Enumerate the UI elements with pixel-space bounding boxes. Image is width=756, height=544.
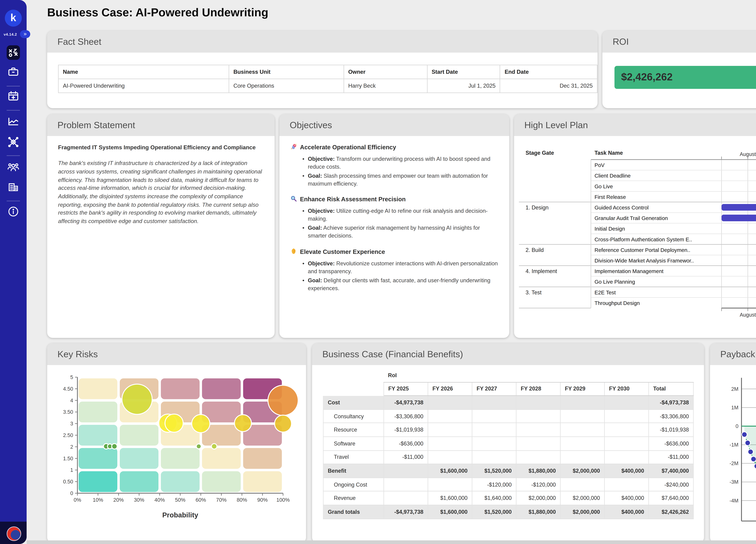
- roi-title: ROI: [602, 31, 756, 53]
- svg-text:0%: 0%: [74, 497, 81, 503]
- fin-col-header: Total: [649, 382, 693, 396]
- fin-cell: [428, 478, 472, 491]
- objectives-list: Accelerate Operational EfficiencyObjecti…: [290, 143, 498, 300]
- fin-row-label: Resource: [323, 423, 384, 437]
- svg-text:1: 1: [70, 467, 73, 473]
- svg-text:Throughput Design: Throughput Design: [595, 300, 640, 306]
- svg-text:Go Live Planning: Go Live Planning: [595, 279, 635, 285]
- fin-cell: -$11,000: [384, 450, 428, 464]
- fin-cell: [516, 450, 560, 464]
- fin-col-header: FY 2029: [560, 382, 604, 396]
- svg-text:Division-Wide Market Analysis: Division-Wide Market Analysis Framewor..: [595, 258, 694, 264]
- magnifier-icon: [290, 196, 297, 203]
- avatar[interactable]: [7, 526, 21, 541]
- objective-heading: Enhance Risk Assessment Precision: [300, 196, 406, 203]
- sidebar-item-portfolio[interactable]: [7, 65, 20, 79]
- fin-cell: $400,000: [604, 464, 649, 478]
- fact-sheet-table: NameBusiness UnitOwnerStart DateEnd Date…: [58, 65, 598, 93]
- sidebar-footer: [0, 522, 27, 544]
- svg-text:Reference Customer Portal Depl: Reference Customer Portal Deploymen..: [595, 247, 690, 253]
- svg-text:E2E Test: E2E Test: [595, 289, 616, 295]
- fin-cell: $1,880,000: [516, 505, 560, 519]
- sidebar-item-connections[interactable]: [7, 135, 20, 149]
- high-level-plan-panel: High Level Plan Stage GateTask NameAugus…: [514, 114, 756, 338]
- fact-sheet-panel: Fact Sheet NameBusiness UnitOwnerStart D…: [47, 31, 598, 108]
- fact-cell: Core Operations: [229, 79, 344, 93]
- fin-cell: -$1,019,938: [649, 423, 693, 437]
- sidebar-item-people[interactable]: [7, 160, 20, 174]
- sidebar-item-info[interactable]: [7, 205, 20, 218]
- sidebar-expand-button[interactable]: »: [20, 30, 30, 38]
- fin-cell: [384, 491, 428, 505]
- sidebar-item-strategy[interactable]: [7, 46, 20, 59]
- svg-text:August: August: [740, 312, 756, 317]
- financials-table: RoIFY 2025FY 2026FY 2027FY 2028FY 2029FY…: [323, 369, 694, 519]
- problem-statement-title: Problem Statement: [47, 114, 275, 136]
- risk-bubble-chart: 00.5011.5022.5033.5044.5050%10%20%30%40%…: [47, 365, 306, 543]
- fin-cell: [604, 478, 649, 491]
- svg-text:-4M: -4M: [730, 498, 738, 503]
- fin-row-label: Software: [323, 437, 384, 450]
- fin-cell: [428, 409, 472, 423]
- svg-text:Cross-Platform Authentication: Cross-Platform Authentication System E..: [595, 237, 692, 243]
- problem-statement-panel: Problem Statement Fragmented IT Systems …: [47, 114, 275, 338]
- objective-bullet: Objective: Revolutionize customer intera…: [302, 260, 498, 275]
- fin-cell: $2,000,000: [516, 491, 560, 505]
- fin-cell: $7,640,000: [649, 491, 693, 505]
- fin-cell: $2,426,262: [649, 505, 693, 519]
- svg-text:3. Test: 3. Test: [526, 289, 541, 295]
- nav-divider: [7, 155, 20, 156]
- fin-row-label: Ongoing Cost: [323, 478, 384, 491]
- fin-cell: [604, 437, 649, 450]
- rocket-icon: [290, 143, 297, 151]
- fin-cell: [472, 450, 516, 464]
- sidebar-item-planner[interactable]: [7, 90, 20, 103]
- fin-cell: [560, 423, 604, 437]
- fin-cell: [560, 478, 604, 491]
- fin-cell: $400,000: [604, 491, 649, 505]
- svg-text:40%: 40%: [155, 497, 165, 503]
- financials-panel: Business Case (Financial Benefits) RoIFY…: [312, 343, 704, 543]
- fin-cell: $400,000: [604, 505, 649, 519]
- fact-cell: AI-Powered Underwriting: [58, 79, 229, 93]
- key-risks-panel: Key Risks 00.5011.5022.5033.5044.5050%10…: [47, 343, 306, 543]
- svg-text:0.50: 0.50: [63, 479, 73, 484]
- fact-sheet-title: Fact Sheet: [47, 31, 598, 53]
- fin-col-header: FY 2027: [472, 382, 516, 396]
- fin-cell: $1,600,000: [428, 491, 472, 505]
- fin-cell: -$4,973,738: [384, 505, 428, 519]
- objective-bullet: Goal: Delight our clients with fast, acc…: [302, 277, 498, 292]
- fin-cell: [428, 396, 472, 409]
- svg-text:80%: 80%: [237, 497, 247, 503]
- svg-text:Client Deadline: Client Deadline: [595, 173, 631, 179]
- fin-row-label: Benefit: [323, 464, 384, 478]
- fin-cell: -$120,000: [472, 478, 516, 491]
- objective-bullet: Objective: Utilize cutting-edge AI to re…: [302, 208, 498, 223]
- page-title: Business Case: AI-Powered Undewriting: [47, 6, 268, 19]
- fin-cell: -$4,973,738: [649, 396, 693, 409]
- sidebar: k v4.14.2: [0, 0, 27, 544]
- network-icon: [7, 140, 20, 151]
- fin-cell: -$240,000: [649, 478, 693, 491]
- gantt-chart: Stage GateTask NameAugustAugustSeptember…: [514, 136, 756, 338]
- fin-cell: [604, 423, 649, 437]
- app-logo[interactable]: k: [5, 10, 22, 27]
- app-window: k v4.14.2: [0, 0, 756, 544]
- svg-text:-2M: -2M: [730, 460, 738, 466]
- svg-text:30%: 30%: [134, 497, 144, 503]
- fin-cell: [560, 437, 604, 450]
- objective-item: Enhance Risk Assessment PrecisionObjecti…: [290, 196, 498, 240]
- version-label: v4.14.2: [4, 32, 17, 36]
- people-icon: [7, 165, 20, 175]
- svg-text:3.50: 3.50: [63, 409, 73, 415]
- sidebar-item-organization[interactable]: [7, 180, 20, 194]
- fin-cell: [604, 396, 649, 409]
- problem-heading: Fragmented IT Systems Impeding Operation…: [58, 143, 264, 151]
- fin-col-header: FY 2026: [428, 382, 472, 396]
- financials-title: Business Case (Financial Benefits): [312, 343, 704, 365]
- horizontal-scrollbar[interactable]: [27, 540, 756, 544]
- fact-cell: Jul 1, 2025: [427, 79, 500, 93]
- svg-text:4. Implement: 4. Implement: [526, 268, 557, 274]
- sidebar-item-reports[interactable]: [7, 115, 20, 128]
- fin-col-header: FY 2030: [604, 382, 649, 396]
